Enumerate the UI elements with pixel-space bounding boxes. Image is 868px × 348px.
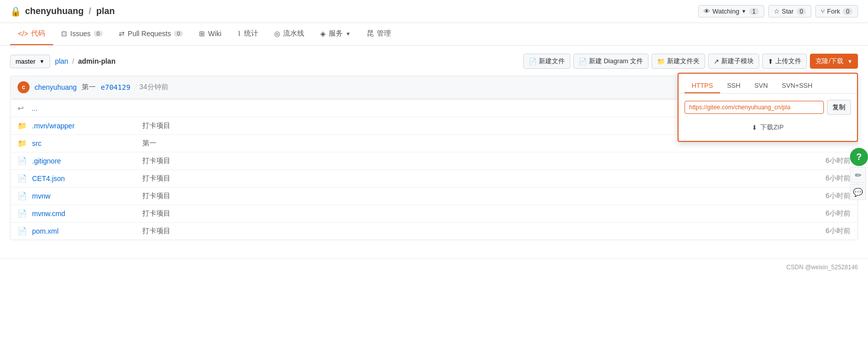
- clone-url-input[interactable]: [685, 101, 824, 114]
- file-row: 📄 mvnw 打卡项目 6小时前: [11, 188, 857, 205]
- tab-code[interactable]: </> 代码: [10, 23, 53, 45]
- clone-download-button[interactable]: 克隆/下载 ▼: [810, 54, 858, 69]
- clone-tab-svn-ssh[interactable]: SVN+SSH: [775, 79, 819, 93]
- copy-button[interactable]: 复制: [827, 100, 851, 115]
- commit-hash[interactable]: e704129: [101, 83, 130, 91]
- file-row: 📄 mvnw.cmd 打卡项目 6小时前: [11, 205, 857, 223]
- toolbar-right: 📄 新建文件 📄 新建 Diagram 文件 📁 新建文件夹 ↗ 新建子模块 ⬆…: [523, 54, 858, 69]
- clone-tabs: HTTPS SSH SVN SVN+SSH: [679, 74, 857, 94]
- file-name-mvn[interactable]: .mvn/wrapper: [32, 122, 132, 130]
- repo-header: 🔒 chenyuhuang / plan 👁 Watching ▼ 1 ☆ St…: [0, 0, 868, 23]
- file-icon: 📄: [18, 209, 27, 218]
- watching-button[interactable]: 👁 Watching ▼ 1: [698, 5, 764, 18]
- right-sidebar: ? ✏ 💬: [850, 148, 868, 200]
- repo-owner: chenyuhuang: [25, 6, 84, 17]
- tab-pr-label: Pull Requests: [128, 30, 171, 38]
- back-icon: ↩: [18, 104, 27, 113]
- download-zip-button[interactable]: ⬇ 下载ZIP: [685, 120, 851, 135]
- pr-icon: ⇄: [119, 30, 125, 38]
- clone-tab-svn[interactable]: SVN: [747, 79, 775, 93]
- clone-tab-https[interactable]: HTTPS: [685, 79, 720, 93]
- footer-credit: CSDN @weixin_52528146: [786, 264, 858, 271]
- back-link[interactable]: ...: [32, 104, 132, 112]
- tab-services-label: 服务: [329, 29, 343, 38]
- new-folder-button[interactable]: 📁 新建文件夹: [652, 54, 705, 69]
- clone-panel-body: 复制 ⬇ 下载ZIP: [679, 94, 857, 141]
- file-name-mvnwcmd[interactable]: mvnw.cmd: [32, 210, 132, 218]
- clone-tab-ssh[interactable]: SSH: [720, 79, 748, 93]
- fork-label: Fork: [827, 8, 840, 15]
- help-button[interactable]: ?: [850, 148, 868, 166]
- repo-actions: 👁 Watching ▼ 1 ☆ Star 0 ⑂ Fork 0: [698, 5, 858, 18]
- download-icon: ⬇: [752, 124, 757, 131]
- branch-dropdown-icon: ▼: [40, 59, 45, 64]
- tab-services[interactable]: ◈ 服务 ▼: [312, 23, 359, 45]
- upload-file-button[interactable]: ⬆ 上传文件: [762, 54, 807, 69]
- eye-icon: 👁: [704, 8, 710, 15]
- file-name-gitignore[interactable]: .gitignore: [32, 157, 132, 165]
- commit-author[interactable]: chenyuhuang: [35, 83, 77, 91]
- file-name-cet4[interactable]: CET4.json: [32, 175, 132, 183]
- clone-panel: HTTPS SSH SVN SVN+SSH 复制 ⬇ 下载ZIP: [678, 73, 858, 142]
- new-submodule-icon: ↗: [714, 58, 719, 65]
- file-name-mvnw[interactable]: mvnw: [32, 192, 132, 200]
- file-time-gitignore: 6小时前: [810, 156, 850, 165]
- edit-sidebar-icon[interactable]: ✏: [850, 167, 866, 183]
- clone-dropdown-wrapper: 克隆/下载 ▼ HTTPS SSH SVN SVN+SSH 复制: [810, 54, 858, 69]
- file-icon: 📄: [18, 192, 27, 201]
- tab-admin[interactable]: 昆 管理: [359, 23, 399, 45]
- star-count: 0: [797, 8, 806, 15]
- folder-icon: 📁: [18, 121, 27, 130]
- new-file-icon: 📄: [529, 58, 537, 65]
- tab-code-label: 代码: [31, 29, 45, 38]
- tab-pipeline-label: 流水线: [283, 29, 304, 38]
- file-desc-mvnwcmd: 打卡项目: [132, 209, 810, 218]
- file-time-mvnwcmd: 6小时前: [810, 209, 850, 218]
- watching-dropdown-icon: ▼: [741, 9, 746, 14]
- file-row: 📄 CET4.json 打卡项目 6小时前: [11, 170, 857, 188]
- folder-icon: 📁: [18, 139, 27, 148]
- commit-message: 第一: [82, 83, 96, 92]
- pipeline-icon: ◎: [274, 30, 280, 38]
- lock-icon: 🔒: [10, 6, 21, 17]
- new-diagram-button[interactable]: 📄 新建 Diagram 文件: [573, 54, 648, 69]
- file-icon: 📄: [18, 156, 27, 165]
- repo-title: 🔒 chenyuhuang / plan: [10, 6, 115, 17]
- branch-selector[interactable]: master ▼: [10, 55, 50, 68]
- tab-issues[interactable]: ⊡ Issues 0: [53, 24, 111, 45]
- upload-icon: ⬆: [768, 58, 773, 65]
- clone-input-row: 复制: [685, 100, 851, 115]
- services-dropdown-icon: ▼: [346, 31, 351, 37]
- breadcrumb: plan / admin-plan: [55, 57, 116, 65]
- file-name-pomxml[interactable]: pom.xml: [32, 227, 132, 235]
- toolbar-row: master ▼ plan / admin-plan 📄 新建文件 📄 新建 D…: [10, 54, 858, 69]
- stats-icon: ⌇: [238, 30, 241, 38]
- clone-dropdown-arrow: ▼: [847, 59, 852, 64]
- download-zip-label: 下载ZIP: [760, 123, 783, 132]
- fork-button[interactable]: ⑂ Fork 0: [815, 5, 858, 18]
- file-name-src[interactable]: src: [32, 139, 132, 147]
- fork-count: 0: [843, 8, 852, 15]
- chat-sidebar-icon[interactable]: 💬: [850, 184, 866, 200]
- breadcrumb-owner[interactable]: plan: [55, 57, 68, 65]
- tab-pullrequests[interactable]: ⇄ Pull Requests 0: [111, 24, 191, 45]
- file-time-cet4: 6小时前: [810, 174, 850, 183]
- repo-slash: /: [89, 6, 91, 17]
- tab-stats[interactable]: ⌇ 统计: [230, 23, 266, 45]
- star-button[interactable]: ☆ Star 0: [768, 5, 812, 18]
- services-icon: ◈: [320, 30, 326, 38]
- tab-pipeline[interactable]: ◎ 流水线: [266, 23, 312, 45]
- new-file-button[interactable]: 📄 新建文件: [523, 54, 570, 69]
- admin-icon: 昆: [367, 29, 374, 38]
- file-time-pomxml: 6小时前: [810, 227, 850, 236]
- file-desc-gitignore: 打卡项目: [132, 156, 810, 165]
- file-row: 📄 pom.xml 打卡项目 6小时前: [11, 223, 857, 240]
- new-submodule-label: 新建子模块: [721, 57, 754, 66]
- issues-icon: ⊡: [61, 30, 67, 38]
- tab-wiki[interactable]: ⊞ Wiki: [191, 24, 229, 45]
- pr-badge: 0: [174, 31, 183, 37]
- star-icon: ☆: [774, 8, 780, 15]
- new-submodule-button[interactable]: ↗ 新建子模块: [708, 54, 759, 69]
- repo-name: plan: [96, 6, 115, 17]
- breadcrumb-current: admin-plan: [78, 57, 116, 65]
